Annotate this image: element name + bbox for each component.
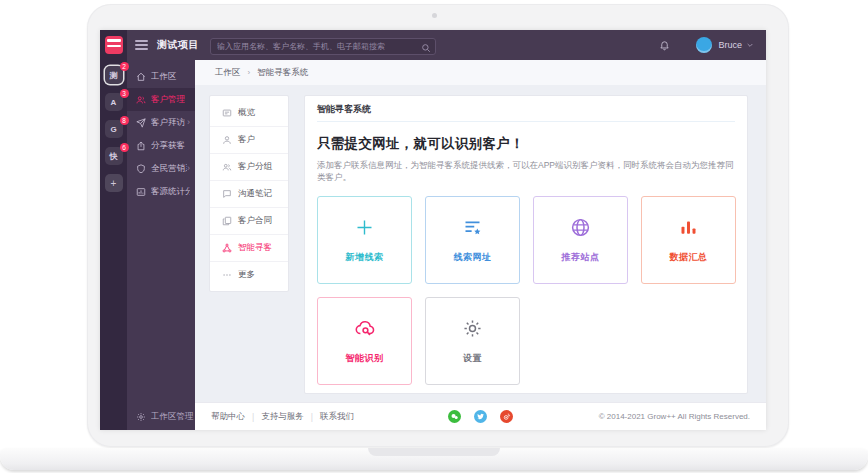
- notifications-bell-icon[interactable]: [659, 39, 670, 51]
- footer-link-help-center[interactable]: 帮助中心: [211, 411, 245, 423]
- sidebar-nav: 工作区 客户管理 客户拜访 ›: [127, 60, 195, 430]
- menu-item-label: 客户分组: [238, 161, 272, 173]
- app-window: 测试项目 Bruce 测: [100, 30, 766, 430]
- sidebar-item-label: 分享获客: [151, 140, 185, 152]
- menu-item-customer-groups[interactable]: 客户分组: [210, 153, 288, 180]
- search-icon[interactable]: [421, 39, 431, 57]
- footer-link-contact[interactable]: 联系我们: [320, 411, 354, 423]
- breadcrumb-workspace[interactable]: 工作区: [215, 67, 241, 79]
- footer-social-icons: [426, 410, 535, 423]
- app-rail: 测 2 A 3 G 8 快 6 +: [100, 60, 127, 430]
- sidebar-item-customer-statistics[interactable]: 客源统计分析: [127, 180, 195, 203]
- chevron-right-icon: ›: [187, 118, 190, 127]
- plus-icon: [354, 217, 375, 242]
- cloud-search-icon: [354, 317, 376, 343]
- sidebar-item-label: 客户管理: [151, 94, 185, 106]
- main-column: 工作区 › 智能寻客系统 概览: [195, 60, 766, 430]
- sidebar-item-marketing-system[interactable]: 全民营销系统 ›: [127, 157, 195, 180]
- shield-icon: [136, 164, 146, 174]
- breadcrumb-separator: ›: [248, 68, 251, 77]
- menu-item-more[interactable]: 更多: [210, 261, 288, 288]
- menu-item-smart-prospecting[interactable]: 智能寻客: [210, 234, 288, 261]
- rail-app-2[interactable]: A 3: [105, 93, 123, 111]
- card-recommended-sites[interactable]: 推荐站点: [533, 196, 628, 284]
- menu-item-customer-contracts[interactable]: 客户合同: [210, 207, 288, 234]
- footer-separator: |: [252, 412, 254, 422]
- hero-description: 添加客户联系信息网址，为智能寻客系统提供线索，可以在APP端识别客户资料，同时系…: [317, 160, 735, 184]
- main-panel: 智能寻客系统 只需提交网址，就可以识别客户！ 添加客户联系信息网址，为智能寻客系…: [304, 95, 748, 394]
- chevron-right-icon: ›: [187, 164, 190, 173]
- footer-separator: |: [311, 412, 313, 422]
- webcam-dot: [432, 13, 437, 18]
- topbar-right: Bruce: [659, 37, 766, 53]
- bar-chart-icon: [678, 217, 699, 242]
- group-icon: [222, 162, 232, 172]
- ellipsis-icon: [222, 270, 232, 280]
- share-nodes-icon: [222, 243, 232, 253]
- user-name[interactable]: Bruce: [718, 40, 742, 50]
- sidebar-item-label: 工作区: [151, 71, 177, 83]
- copyright-text: © 2014-2021 Grow++ All Rights Reserved.: [535, 412, 750, 421]
- menu-item-label: 客户合同: [238, 215, 272, 227]
- rail-app-4-label: 快: [110, 151, 118, 162]
- globe-icon: [570, 217, 591, 242]
- rail-app-3[interactable]: G 8: [105, 120, 123, 138]
- laptop-base: [0, 448, 868, 470]
- search-box: [210, 35, 436, 55]
- rail-app-1-badge: 2: [120, 62, 129, 71]
- gear-icon: [462, 318, 483, 343]
- card-settings[interactable]: 设置: [425, 297, 520, 385]
- sidebar-item-label: 客源统计分析: [151, 186, 190, 198]
- menu-item-customers[interactable]: 客户: [210, 126, 288, 153]
- twitter-icon[interactable]: [474, 410, 487, 423]
- card-data-summary[interactable]: 数据汇总: [641, 196, 736, 284]
- menu-item-label: 概览: [238, 107, 255, 119]
- rail-app-3-label: G: [110, 125, 116, 134]
- wechat-icon[interactable]: [448, 410, 461, 423]
- card-label: 新增线索: [346, 251, 384, 264]
- logo-corner: [100, 30, 127, 60]
- hero-title: 只需提交网址，就可以识别客户！: [317, 135, 735, 153]
- rail-app-4[interactable]: 快 6: [105, 147, 123, 165]
- menu-item-communication-notes[interactable]: 沟通笔记: [210, 180, 288, 207]
- chart-icon: [136, 187, 146, 197]
- rail-app-1-label: 测: [110, 70, 118, 81]
- users-icon: [136, 95, 146, 105]
- sidebar-item-label: 全民营销系统: [151, 163, 187, 175]
- share-icon: [136, 141, 146, 151]
- workspace-title: 测试项目: [157, 38, 199, 52]
- menu-item-overview[interactable]: 概览: [210, 99, 288, 126]
- sidebar-item-share-acquisition[interactable]: 分享获客: [127, 134, 195, 157]
- menu-item-label: 智能寻客: [238, 242, 272, 254]
- laptop-mockup: 测试项目 Bruce 测: [0, 0, 868, 473]
- rail-app-4-badge: 6: [120, 143, 129, 152]
- weibo-icon[interactable]: [500, 410, 513, 423]
- search-input[interactable]: [210, 38, 436, 55]
- add-app-button[interactable]: +: [105, 174, 123, 192]
- user-avatar[interactable]: [696, 37, 712, 53]
- card-lead-urls[interactable]: 线索网址: [425, 196, 520, 284]
- sidebar-item-customer-management[interactable]: 客户管理: [127, 88, 195, 111]
- card-label: 设置: [463, 352, 482, 365]
- card-label: 智能识别: [346, 352, 384, 365]
- panel-title: 智能寻客系统: [317, 96, 735, 122]
- rail-app-3-badge: 8: [120, 116, 129, 125]
- app-logo[interactable]: [105, 36, 123, 54]
- user-menu-chevron-down-icon[interactable]: [746, 41, 754, 49]
- breadcrumb-current: 智能寻客系统: [257, 67, 308, 79]
- workspace-settings[interactable]: 工作区管理: [127, 403, 195, 430]
- sidebar-item-customer-visit[interactable]: 客户拜访 ›: [127, 111, 195, 134]
- workspace-settings-label: 工作区管理: [151, 411, 194, 423]
- contract-icon: [222, 216, 232, 226]
- rail-app-1[interactable]: 测 2: [105, 66, 123, 84]
- overview-icon: [222, 108, 232, 118]
- menu-toggle-icon[interactable]: [135, 38, 148, 52]
- sidebar-item-workspace[interactable]: 工作区: [127, 65, 195, 88]
- card-new-lead[interactable]: 新增线索: [317, 196, 412, 284]
- footer-link-support[interactable]: 支持与服务: [261, 411, 304, 423]
- menu-item-label: 更多: [238, 269, 255, 281]
- content-area: 概览 客户 客户分组: [195, 85, 766, 402]
- card-label: 推荐站点: [562, 251, 600, 264]
- card-smart-recognition[interactable]: 智能识别: [317, 297, 412, 385]
- plus-icon: +: [111, 178, 117, 189]
